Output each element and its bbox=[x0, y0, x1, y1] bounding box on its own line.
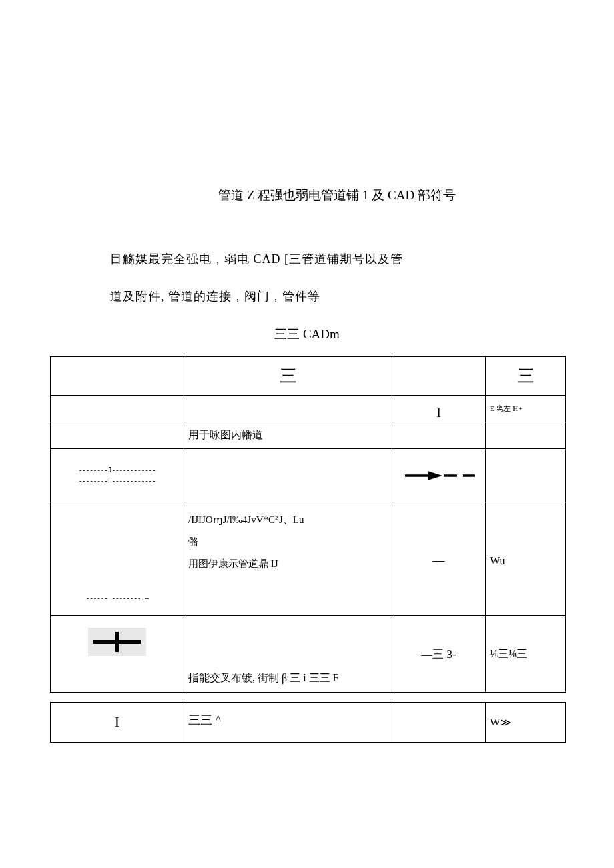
table-row: I E 离左 H+ bbox=[51, 396, 566, 422]
pipe-line-left bbox=[93, 640, 116, 644]
cell-r6c4: ⅛三⅛三 bbox=[486, 616, 566, 693]
cell-r2c3: I bbox=[392, 396, 486, 422]
table-row: I 三三 ^ W≫ bbox=[51, 703, 566, 743]
main-table: 三 三 I E 离左 H+ 用于咏图内幡道 --------J---------… bbox=[50, 356, 566, 693]
cell-r5c3: — bbox=[392, 502, 486, 616]
cell-r4c3 bbox=[392, 449, 486, 502]
secondary-table: I 三三 ^ W≫ bbox=[50, 702, 566, 743]
dashed-line-j: --------J------------ bbox=[79, 466, 156, 474]
text-line-1: /IJIJOɱJ/l‰4JvV*CᶻJ、Lu bbox=[188, 514, 304, 525]
cell-r3c3 bbox=[392, 422, 486, 449]
cell-r4c2 bbox=[184, 449, 392, 502]
cell-r3c1 bbox=[51, 422, 184, 449]
table-header-row: 三 三 bbox=[51, 357, 566, 396]
cell-r3c4 bbox=[486, 422, 566, 449]
pipe-junction-icon bbox=[88, 628, 146, 656]
cell-r2c2 bbox=[184, 396, 392, 422]
intro-paragraph-1: 目觞媒最完全强电，弱电 CAD [三管道铺期号以及管 bbox=[110, 251, 564, 267]
svg-marker-1 bbox=[428, 471, 442, 480]
cell-r3c2: 用于咏图内幡道 bbox=[184, 422, 392, 449]
cell-r5c4: Wu bbox=[486, 502, 566, 616]
header-cell-1 bbox=[51, 357, 184, 396]
cell-t2c2: 三三 ^ bbox=[184, 703, 392, 743]
arrow-right-icon bbox=[402, 469, 476, 482]
page-content: 管道 Z 程强也弱电管道铺 1 及 CAD 部符号 目觞媒最完全强电，弱电 CA… bbox=[0, 0, 614, 783]
header-cell-3 bbox=[392, 357, 486, 396]
subtitle: 三三 CADm bbox=[50, 326, 564, 343]
cell-t2c1: I bbox=[51, 703, 184, 743]
cell-r6c1 bbox=[51, 616, 184, 693]
document-title: 管道 Z 程强也弱电管道铺 1 及 CAD 部符号 bbox=[50, 187, 564, 204]
text-line-3: 用图伊康示管道鼎 IJ bbox=[188, 558, 278, 569]
table-row: 指能交叉布镀, 街制 β 三 i 三三 F —三 3- ⅛三⅛三 bbox=[51, 616, 566, 693]
cell-r6c2: 指能交叉布镀, 街制 β 三 i 三三 F bbox=[184, 616, 392, 693]
cell-r5c1: ------ --------.— bbox=[51, 502, 184, 616]
table-row: --------J------------ --------F---------… bbox=[51, 449, 566, 502]
cell-r2c4: E 离左 H+ bbox=[486, 396, 566, 422]
header-cell-4: 三 bbox=[486, 357, 566, 396]
cell-r4c1: --------J------------ --------F---------… bbox=[51, 449, 184, 502]
table-row: ------ --------.— /IJIJOɱJ/l‰4JvV*CᶻJ、Lu… bbox=[51, 502, 566, 616]
cell-r4c4 bbox=[486, 449, 566, 502]
intro-paragraph-2: 道及附件, 管道的连接，阀门，管件等 bbox=[110, 288, 564, 304]
underlined-text: I bbox=[115, 713, 119, 731]
pipe-line-right bbox=[118, 640, 141, 644]
header-cell-2: 三 bbox=[184, 357, 392, 396]
cell-r6c3: —三 3- bbox=[392, 616, 486, 693]
text-line-2: 骼 bbox=[188, 536, 198, 547]
cell-r2c1 bbox=[51, 396, 184, 422]
dashed-line-f: --------F------------ bbox=[79, 477, 156, 484]
table-row: 用于咏图内幡道 bbox=[51, 422, 566, 449]
cell-t2c4: W≫ bbox=[486, 703, 566, 743]
cell-t2c3 bbox=[392, 703, 486, 743]
cell-r5c2: /IJIJOɱJ/l‰4JvV*CᶻJ、Lu 骼 用图伊康示管道鼎 IJ bbox=[184, 502, 392, 616]
